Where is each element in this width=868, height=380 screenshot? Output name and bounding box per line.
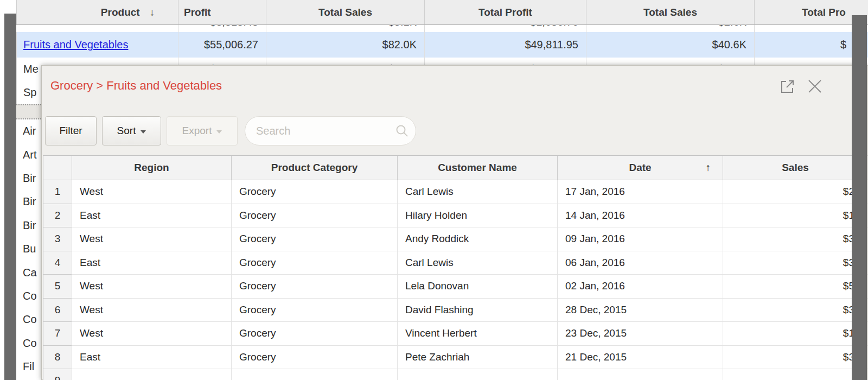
expand-icon[interactable] — [779, 78, 795, 94]
right-frame-border — [852, 15, 867, 380]
table-row: 5 West Grocery Lela Donovan 02 Jan, 2016… — [43, 275, 867, 299]
table-row: 4 East Grocery Carl Lewis 06 Jan, 2016 $… — [43, 251, 867, 275]
column-header-total-sales[interactable]: Total Sales — [266, 0, 424, 24]
profit-value: $55,006.27 — [204, 39, 258, 51]
clipped-value: $3,318.48 — [210, 25, 258, 32]
product-label: Me — [23, 63, 39, 75]
drilldown-modal: Grocery > Fruits and Vegetables Filter S… — [41, 65, 868, 380]
column-header-profit[interactable]: Profit — [178, 0, 266, 24]
column-header-product-label: Product — [101, 7, 140, 18]
table-row: 8 East Grocery Pete Zachriah 21 Dec, 201… — [43, 346, 867, 370]
table-row: 2 East Grocery Hilary Holden 14 Jan, 201… — [43, 204, 867, 228]
column-header-total-profit[interactable]: Total Profit — [424, 0, 586, 24]
table-row: 3 West Grocery Andy Roddick 09 Jan, 2016… — [43, 227, 867, 251]
summary-table-header: Product ↓ Profit Total Sales Total Profi… — [16, 0, 868, 25]
total-profit-2-value: $ — [840, 39, 846, 51]
fruits-and-vegetables-link[interactable]: Fruits and Vegetables — [23, 39, 128, 51]
product-label: Sp — [23, 86, 36, 99]
sort-asc-arrow-icon: ↑ — [706, 162, 711, 174]
total-sales-2-value: $40.6K — [712, 39, 746, 51]
column-header-customer-name[interactable]: Customer Name — [397, 156, 557, 180]
column-header-date[interactable]: Date ↑ — [557, 156, 723, 180]
filter-button[interactable]: Filter — [45, 116, 97, 145]
clipped-value: $5.1K — [388, 25, 417, 32]
sort-desc-arrow-icon: ↓ — [150, 7, 155, 18]
modal-breadcrumb-title: Grocery > Fruits and Vegetables — [50, 79, 222, 93]
total-sales-value: $82.0K — [382, 39, 417, 51]
column-header-product-category[interactable]: Product Category — [231, 156, 397, 180]
column-header-rownum — [43, 156, 72, 180]
table-row-partial-scrolled: $3,318.48 $5.1K $1,686.76 $2.6K — [16, 25, 868, 32]
export-button-disabled: Export — [167, 116, 238, 145]
table-row-partial: 9 — [43, 369, 867, 380]
table-row: 6 West Grocery David Flashing 28 Dec, 20… — [43, 299, 867, 322]
sort-button[interactable]: Sort — [102, 116, 161, 145]
app-window: Product ↓ Profit Total Sales Total Profi… — [0, 0, 868, 380]
left-frame-border — [4, 14, 16, 380]
search-box — [245, 116, 416, 145]
table-row: 1 West Grocery Carl Lewis 17 Jan, 2016 $… — [43, 180, 867, 204]
column-header-total-profit-2[interactable]: Total Pro — [754, 0, 868, 24]
total-profit-value: $49,811.95 — [525, 39, 578, 51]
close-icon[interactable] — [807, 78, 823, 94]
drilldown-table: Region Product Category Customer Name Da… — [43, 155, 867, 380]
chevron-down-icon — [141, 130, 146, 134]
drilldown-table-header: Region Product Category Customer Name Da… — [43, 155, 867, 180]
table-row-fruits-and-vegetables: Fruits and Vegetables $55,006.27 $82.0K … — [16, 32, 868, 58]
column-header-region[interactable]: Region — [72, 156, 231, 180]
column-header-product[interactable]: Product ↓ — [16, 0, 178, 24]
chevron-down-icon — [216, 130, 222, 134]
search-icon — [394, 123, 410, 141]
clipped-value: $1,686.76 — [530, 25, 578, 32]
column-header-sales[interactable]: Sales — [723, 156, 867, 180]
search-input[interactable] — [245, 116, 416, 145]
column-header-total-sales-2[interactable]: Total Sales — [586, 0, 754, 24]
clipped-value: $2.6K — [718, 25, 746, 32]
table-row: 7 West Grocery Vincent Herbert 23 Dec, 2… — [43, 322, 867, 346]
